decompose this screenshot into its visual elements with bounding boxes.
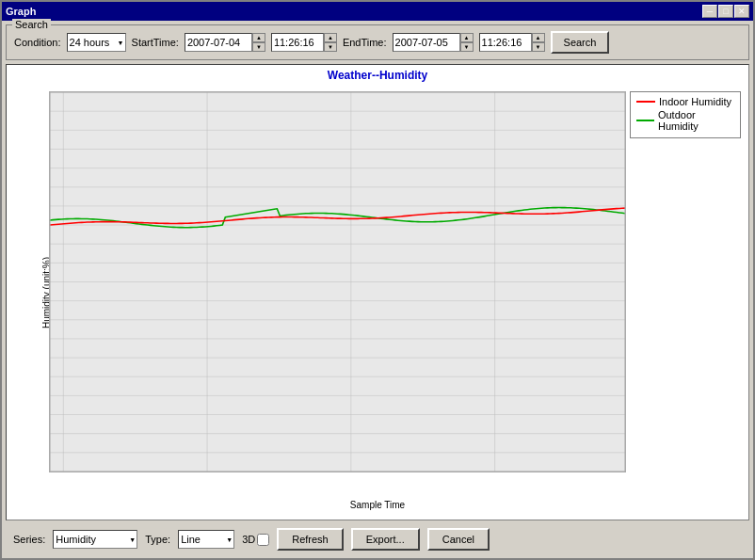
legend-label-indoor: Indoor Humidity xyxy=(659,96,731,107)
title-bar-buttons: ─ □ ✕ xyxy=(702,5,749,18)
condition-label: Condition: xyxy=(14,37,61,48)
end-time-input[interactable] xyxy=(479,33,532,52)
chart-title: Weather--Humidity xyxy=(7,69,748,82)
main-window: Graph ─ □ ✕ Search Condition: 24 hours 4… xyxy=(0,0,755,560)
start-time-down[interactable]: ▼ xyxy=(324,42,337,52)
end-date-down[interactable]: ▼ xyxy=(460,42,474,52)
three-d-checkbox[interactable] xyxy=(257,534,269,546)
start-time-input-group: ▲ ▼ xyxy=(271,33,337,52)
minimize-button[interactable]: ─ xyxy=(702,5,717,18)
series-select[interactable]: Humidity Temperature xyxy=(53,530,137,549)
close-button[interactable]: ✕ xyxy=(734,5,749,18)
end-date-input-group: ▲ ▼ xyxy=(393,33,474,52)
content-area: Search Condition: 24 hours 48 hours 7 da… xyxy=(2,21,753,558)
title-bar: Graph ─ □ ✕ xyxy=(2,2,753,21)
series-select-wrapper: Humidity Temperature xyxy=(53,530,137,549)
search-row: Condition: 24 hours 48 hours 7 days 30 d… xyxy=(14,31,741,54)
end-date-spinner: ▲ ▼ xyxy=(460,33,474,52)
condition-select[interactable]: 24 hours 48 hours 7 days 30 days xyxy=(67,33,126,52)
start-date-down[interactable]: ▼ xyxy=(252,42,265,52)
end-time-label: EndTime: xyxy=(343,37,387,48)
legend-item-indoor: Indoor Humidity xyxy=(636,96,734,107)
type-select-wrapper: Line Bar xyxy=(178,530,234,549)
type-select[interactable]: Line Bar xyxy=(178,530,234,549)
three-d-wrapper: 3D xyxy=(242,534,269,546)
end-time-spinner: ▲ ▼ xyxy=(532,33,545,52)
start-time-input[interactable] xyxy=(271,33,324,52)
three-d-label: 3D xyxy=(242,534,255,545)
end-time-input-group: ▲ ▼ xyxy=(479,33,545,52)
chart-plot: 0510152025303540455055606570758085909510… xyxy=(49,91,626,472)
legend-item-outdoor: Outdoor Humidity xyxy=(636,109,734,132)
x-axis-label: Sample Time xyxy=(350,500,405,510)
maximize-button[interactable]: □ xyxy=(718,5,733,18)
end-date-input[interactable] xyxy=(393,33,460,52)
refresh-button[interactable]: Refresh xyxy=(277,528,344,551)
start-time-label: StartTime: xyxy=(132,37,179,48)
chart-area: Weather--Humidity Humidity (unit:%) 0510… xyxy=(6,64,749,520)
bottom-bar: Series: Humidity Temperature Type: Line … xyxy=(6,524,749,554)
legend-label-outdoor: Outdoor Humidity xyxy=(658,109,734,132)
start-date-up[interactable]: ▲ xyxy=(252,33,265,42)
chart-svg: 0510152025303540455055606570758085909510… xyxy=(50,92,625,472)
start-date-input-group: ▲ ▼ xyxy=(185,33,265,52)
cancel-button[interactable]: Cancel xyxy=(427,528,490,551)
search-group: Search Condition: 24 hours 48 hours 7 da… xyxy=(6,24,749,60)
search-legend: Search xyxy=(12,19,51,30)
export-button[interactable]: Export... xyxy=(351,528,420,551)
start-time-up[interactable]: ▲ xyxy=(324,33,337,42)
start-date-spinner: ▲ ▼ xyxy=(252,33,265,52)
start-date-input[interactable] xyxy=(185,33,252,52)
start-time-spinner: ▲ ▼ xyxy=(324,33,337,52)
search-button[interactable]: Search xyxy=(551,31,610,54)
legend-line-outdoor xyxy=(636,120,654,121)
end-date-up[interactable]: ▲ xyxy=(460,33,474,42)
type-label: Type: xyxy=(145,534,170,545)
end-time-up[interactable]: ▲ xyxy=(532,33,545,42)
legend-line-indoor xyxy=(636,101,655,103)
condition-select-wrapper: 24 hours 48 hours 7 days 30 days xyxy=(67,33,126,52)
series-label: Series: xyxy=(13,534,45,545)
window-title: Graph xyxy=(6,6,36,17)
legend-box: Indoor Humidity Outdoor Humidity xyxy=(630,91,741,138)
end-time-down[interactable]: ▼ xyxy=(532,42,545,52)
